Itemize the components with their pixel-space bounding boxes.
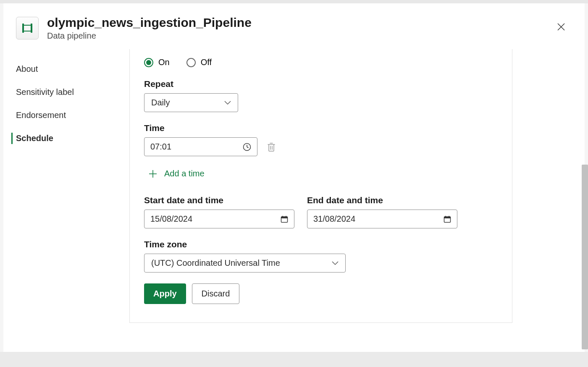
- discard-button[interactable]: Discard: [192, 283, 240, 304]
- sidebar-item-endorsement[interactable]: Endorsement: [13, 104, 129, 127]
- time-label: Time: [144, 123, 498, 133]
- timezone-label: Time zone: [144, 239, 498, 249]
- pipeline-icon: [16, 17, 39, 39]
- schedule-form: On Off Repeat Daily Time: [129, 49, 512, 323]
- bottom-bar: [0, 352, 588, 367]
- end-date-value: 31/08/2024: [313, 214, 355, 224]
- sidebar-item-about[interactable]: About: [13, 58, 129, 81]
- page-subtitle: Data pipeline: [47, 31, 572, 41]
- svg-rect-12: [281, 217, 288, 218]
- start-date-value: 15/08/2024: [150, 214, 192, 224]
- radio-icon: [144, 58, 153, 67]
- timezone-select[interactable]: (UTC) Coordinated Universal Time: [144, 254, 346, 273]
- svg-rect-1: [31, 24, 32, 33]
- sidebar-item-schedule[interactable]: Schedule: [13, 127, 129, 150]
- time-value: 07:01: [150, 142, 171, 152]
- repeat-value: Daily: [151, 98, 170, 107]
- chevron-down-icon: [224, 101, 231, 105]
- add-time-label: Add a time: [164, 169, 205, 178]
- repeat-label: Repeat: [144, 79, 498, 89]
- clock-icon: [243, 143, 251, 151]
- calendar-icon: [444, 215, 451, 223]
- start-date-label: Start date and time: [144, 195, 294, 205]
- header: olympic_news_ingestion_Pipeline Data pip…: [3, 3, 585, 49]
- schedule-toggle-on[interactable]: On: [144, 58, 170, 67]
- time-input[interactable]: 07:01: [144, 137, 257, 156]
- repeat-select[interactable]: Daily: [144, 93, 238, 112]
- end-date-input[interactable]: 31/08/2024: [307, 210, 457, 228]
- start-date-input[interactable]: 15/08/2024: [144, 210, 294, 228]
- schedule-toggle-off[interactable]: Off: [186, 58, 212, 67]
- end-date-label: End date and time: [307, 195, 457, 205]
- schedule-toggle: On Off: [144, 58, 498, 67]
- sidebar: About Sensitivity label Endorsement Sche…: [3, 49, 129, 359]
- calendar-icon: [281, 215, 288, 223]
- delete-time-button[interactable]: [265, 140, 278, 154]
- svg-line-8: [247, 147, 249, 148]
- trash-icon: [267, 142, 276, 152]
- plus-icon: [148, 169, 158, 178]
- settings-panel: olympic_news_ingestion_Pipeline Data pip…: [3, 3, 585, 364]
- page-title: olympic_news_ingestion_Pipeline: [47, 15, 572, 30]
- scrollbar-thumb[interactable]: [582, 165, 588, 349]
- timezone-value: (UTC) Coordinated Universal Time: [151, 258, 280, 268]
- add-time-button[interactable]: Add a time: [144, 165, 209, 182]
- apply-button[interactable]: Apply: [144, 283, 186, 304]
- radio-label: On: [158, 58, 170, 67]
- svg-rect-16: [444, 217, 451, 218]
- chevron-down-icon: [332, 261, 339, 265]
- close-button[interactable]: [554, 20, 568, 34]
- svg-rect-0: [22, 24, 24, 33]
- sidebar-item-sensitivity-label[interactable]: Sensitivity label: [13, 81, 129, 104]
- radio-label: Off: [201, 58, 212, 67]
- radio-icon: [186, 58, 196, 67]
- close-icon: [556, 22, 566, 31]
